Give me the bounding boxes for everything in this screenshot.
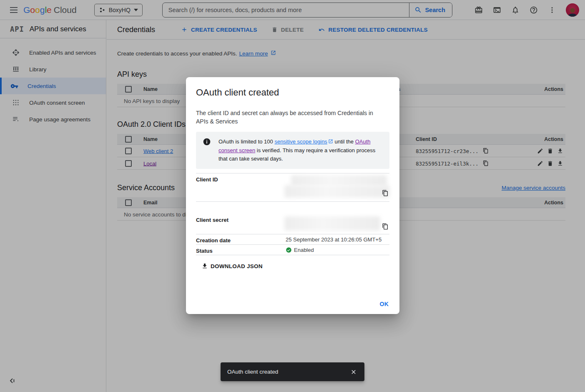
notice-text: OAuth is limited to 100 sensitive scope … [218,138,377,163]
dialog-title: OAuth client created [196,87,389,98]
creation-date-label: Creation date [196,237,231,244]
client-id-label: Client ID [196,176,218,183]
status-label: Status [196,248,213,254]
info-icon [203,138,211,146]
download-json-button[interactable]: DOWNLOAD JSON [201,263,263,269]
copy-client-id-button[interactable] [382,190,389,198]
client-id-redacted-value [291,175,387,186]
copy-icon [382,190,389,196]
external-link-icon [328,138,333,146]
sensitive-scope-logins-link[interactable]: sensitive scope logins [274,138,327,145]
client-secret-redacted-value [284,216,380,231]
creation-date-value: 25 September 2023 at 10:26:05 GMT+5 [286,236,382,243]
toast-message: OAuth client created [227,369,350,375]
ok-button[interactable]: OK [380,301,389,307]
client-secret-label: Client secret [196,217,228,223]
field-spacer [196,202,389,214]
copy-client-secret-button[interactable] [382,223,389,231]
status-value: Enabled [294,247,314,253]
creation-date-row: Creation date 25 September 2023 at 10:26… [196,234,389,245]
oauth-limit-notice: OAuth is limited to 100 sensitive scope … [196,132,389,169]
close-icon[interactable] [350,369,357,375]
dialog-fields: Client ID Client secret Creation date 25… [196,173,389,255]
client-secret-row: Client secret [196,214,389,234]
check-circle-icon [286,247,292,253]
download-icon [201,263,208,269]
copy-icon [382,223,389,230]
status-row: Status Enabled [196,245,389,255]
oauth-client-created-dialog: OAuth client created The client ID and s… [186,77,399,314]
snackbar-toast: OAuth client created [221,362,364,381]
client-id-redacted-value [284,185,389,198]
client-id-row: Client ID [196,173,389,202]
dialog-body-text: The client ID and secret can always be a… [196,109,384,126]
